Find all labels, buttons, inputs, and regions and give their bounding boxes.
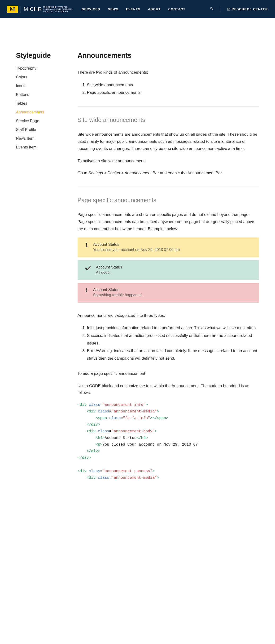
divider <box>78 106 259 106</box>
check-icon <box>83 265 93 271</box>
sidebar-item-typography[interactable]: Typography <box>16 66 36 70</box>
sidebar-item-tables[interactable]: Tables <box>16 101 27 105</box>
logo-org-3: UNIVERSITY OF MICHIGAN <box>43 10 72 12</box>
ann-title: Account Status <box>93 288 254 292</box>
code-block-success: <div class="announcement success"> <div … <box>78 468 259 481</box>
announcement-info: Account Status You closed your account o… <box>78 238 259 257</box>
list-item: Info: just provides information related … <box>87 324 259 332</box>
add-heading: To add a page specific announcement <box>78 370 259 377</box>
list-item: Site wide announcements <box>87 81 259 89</box>
logo-org-1: MICHIGAN INSTITUTE FOR <box>43 6 72 8</box>
sidebar-item-colors[interactable]: Colors <box>16 75 27 79</box>
cats-list: Info: just provides information related … <box>78 324 259 362</box>
sidebar-item-service-page[interactable]: Service Page <box>16 118 39 123</box>
logo-m-icon: M <box>7 6 18 13</box>
list-item: Page specific announcements <box>87 89 259 96</box>
logo[interactable]: M MICHR MICHIGAN INSTITUTE FOR CLINICAL … <box>7 6 72 13</box>
announcement-success: Account Status All good! <box>78 260 259 280</box>
search-icon[interactable] <box>210 7 213 11</box>
main-content: Announcements There are two kinds of ann… <box>78 52 259 488</box>
sidebar-item-announcements[interactable]: Announcements <box>16 110 44 114</box>
nav-about[interactable]: ABOUT <box>148 7 161 11</box>
code-block-info: <div class="announcement info"> <div cla… <box>78 402 259 461</box>
cats-intro: Announcements are categorized into three… <box>78 312 259 319</box>
logo-michr: MICHR <box>24 7 42 12</box>
sitewide-desc: Site wide announcements are announcement… <box>78 131 259 152</box>
intro: There are two kinds of announcements: <box>78 69 259 76</box>
activate-heading: To activate a site wide announcement <box>78 158 259 164</box>
resource-center-link[interactable]: RESOURCE CENTER <box>227 7 268 11</box>
page-desc: Page specific announcements are shown on… <box>78 211 259 232</box>
list-item: Error/Warning: indicates that an action … <box>87 347 259 362</box>
divider <box>78 186 259 187</box>
logo-org-2: CLINICAL & HEALTH RESEARCH <box>43 8 72 10</box>
activate-instructions: Go to Settings > Design > Announcement B… <box>78 170 259 177</box>
ann-title: Account Status <box>96 265 254 270</box>
ann-body: Something terrible happened. <box>93 292 254 298</box>
logo-divider <box>20 6 21 13</box>
sidebar-item-events-item[interactable]: Events Item <box>16 145 37 149</box>
sidebar-item-news-item[interactable]: News Item <box>16 136 34 140</box>
kinds-list: Site wide announcementsPage specific ann… <box>78 81 259 96</box>
nav-news[interactable]: NEWS <box>108 7 118 11</box>
sidebar-item-buttons[interactable]: Buttons <box>16 92 29 96</box>
sidebar-item-staff-profile[interactable]: Staff Profile <box>16 128 36 132</box>
page-title: Announcements <box>78 52 259 60</box>
exclamation-icon <box>83 288 90 292</box>
sidebar: Styleguide TypographyColorsIconsButtonsT… <box>16 52 63 488</box>
top-nav: M MICHR MICHIGAN INSTITUTE FOR CLINICAL … <box>0 0 275 18</box>
sitewide-heading: Site wide announcements <box>78 116 259 123</box>
sidebar-title: Styleguide <box>16 52 63 60</box>
list-item: Success: indicates that an action proces… <box>87 332 259 347</box>
ann-body: All good! <box>96 270 254 275</box>
nav-divider <box>220 6 220 12</box>
nav-contact[interactable]: CONTACT <box>168 7 186 11</box>
external-link-icon <box>227 7 230 11</box>
sidebar-item-icons[interactable]: Icons <box>16 84 25 88</box>
nav-links: SERVICES NEWS EVENTS ABOUT CONTACT <box>82 7 185 11</box>
resource-label: RESOURCE CENTER <box>232 7 268 11</box>
announcement-error: Account Status Something terrible happen… <box>78 283 259 302</box>
ann-body: You closed your account on Nov 29, 2013 … <box>93 247 254 252</box>
nav-services[interactable]: SERVICES <box>82 7 100 11</box>
ann-title: Account Status <box>93 242 254 247</box>
page-heading: Page specific announcements <box>78 197 259 204</box>
info-icon <box>83 242 90 247</box>
add-desc: Use a CODE block and customize the text … <box>78 382 259 396</box>
nav-events[interactable]: EVENTS <box>126 7 140 11</box>
